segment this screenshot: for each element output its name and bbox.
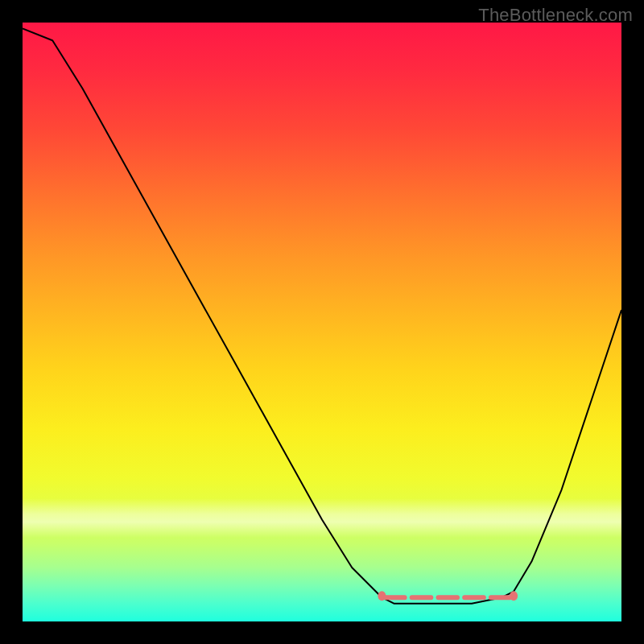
bottleneck-curve <box>23 28 621 603</box>
watermark-text: TheBottleneck.com <box>478 5 633 26</box>
plot-area <box>23 23 621 621</box>
curve-svg <box>23 23 621 621</box>
necklace-group <box>378 591 518 601</box>
